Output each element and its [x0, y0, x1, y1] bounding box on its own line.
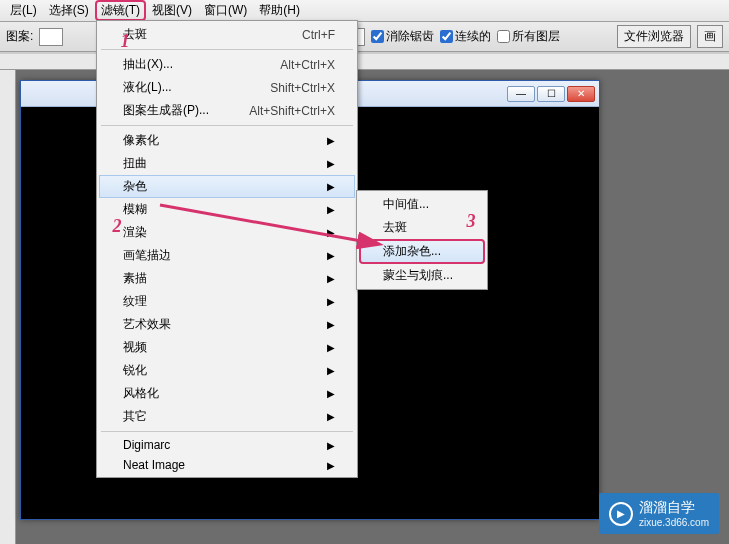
filter-sharpen[interactable]: 锐化▶ [99, 359, 355, 382]
pattern-label: 图案: [6, 28, 33, 45]
file-browser-button[interactable]: 文件浏览器 [617, 25, 691, 48]
submenu-arrow-icon: ▶ [327, 342, 335, 353]
menubar: 层(L) 选择(S) 滤镜(T) 视图(V) 窗口(W) 帮助(H) [0, 0, 729, 22]
submenu-arrow-icon: ▶ [327, 204, 335, 215]
pattern-swatch[interactable] [39, 28, 63, 46]
filter-last-shortcut: Ctrl+F [302, 28, 335, 42]
submenu-arrow-icon: ▶ [327, 158, 335, 169]
noise-addnoise[interactable]: 添加杂色... [359, 239, 485, 264]
menu-layer[interactable]: 层(L) [4, 0, 43, 21]
site-watermark: ▶ 溜溜自学 zixue.3d66.com [599, 493, 719, 534]
menu-help[interactable]: 帮助(H) [253, 0, 306, 21]
contiguous-check[interactable] [440, 30, 453, 43]
filter-digimarc[interactable]: Digimarc▶ [99, 435, 355, 455]
submenu-arrow-icon: ▶ [327, 181, 335, 192]
filter-pixelate[interactable]: 像素化▶ [99, 129, 355, 152]
maximize-button[interactable]: ☐ [537, 86, 565, 102]
callout-1: 1 [114, 30, 136, 52]
menu-window[interactable]: 窗口(W) [198, 0, 253, 21]
menu-separator [101, 125, 353, 126]
submenu-arrow-icon: ▶ [327, 365, 335, 376]
play-icon: ▶ [609, 502, 633, 526]
filter-distort[interactable]: 扭曲▶ [99, 152, 355, 175]
filter-blur[interactable]: 模糊▶ [99, 198, 355, 221]
submenu-arrow-icon: ▶ [327, 319, 335, 330]
antialias-check[interactable] [371, 30, 384, 43]
filter-brushstrokes[interactable]: 画笔描边▶ [99, 244, 355, 267]
menu-separator [101, 431, 353, 432]
submenu-arrow-icon: ▶ [327, 273, 335, 284]
ruler-vertical [0, 70, 16, 544]
contiguous-label: 连续的 [455, 28, 491, 45]
watermark-site: zixue.3d66.com [639, 517, 709, 528]
menu-select[interactable]: 选择(S) [43, 0, 95, 21]
submenu-arrow-icon: ▶ [327, 296, 335, 307]
antialias-label: 消除锯齿 [386, 28, 434, 45]
filter-extract[interactable]: 抽出(X)... Alt+Ctrl+X [99, 53, 355, 76]
submenu-arrow-icon: ▶ [327, 388, 335, 399]
menu-filter[interactable]: 滤镜(T) [95, 0, 146, 21]
watermark-brand: 溜溜自学 [639, 499, 695, 515]
filter-video[interactable]: 视频▶ [99, 336, 355, 359]
noise-submenu: 中间值... 去斑 添加杂色... 蒙尘与划痕... [356, 190, 488, 290]
filter-artistic[interactable]: 艺术效果▶ [99, 313, 355, 336]
submenu-arrow-icon: ▶ [327, 135, 335, 146]
submenu-arrow-icon: ▶ [327, 440, 335, 451]
filter-render[interactable]: 渲染▶ [99, 221, 355, 244]
close-button[interactable]: ✕ [567, 86, 595, 102]
submenu-arrow-icon: ▶ [327, 250, 335, 261]
alllayers-checkbox[interactable]: 所有图层 [497, 28, 560, 45]
menu-view[interactable]: 视图(V) [146, 0, 198, 21]
noise-dustscratches[interactable]: 蒙尘与划痕... [359, 264, 485, 287]
filter-menu-dropdown: 去斑 Ctrl+F 抽出(X)... Alt+Ctrl+X 液化(L)... S… [96, 20, 358, 478]
filter-neatimage[interactable]: Neat Image▶ [99, 455, 355, 475]
filter-other[interactable]: 其它▶ [99, 405, 355, 428]
filter-sketch[interactable]: 素描▶ [99, 267, 355, 290]
submenu-arrow-icon: ▶ [327, 411, 335, 422]
brush-button[interactable]: 画 [697, 25, 723, 48]
filter-patternmaker[interactable]: 图案生成器(P)... Alt+Shift+Ctrl+X [99, 99, 355, 122]
filter-last[interactable]: 去斑 Ctrl+F [99, 23, 355, 46]
filter-noise[interactable]: 杂色▶ [99, 175, 355, 198]
submenu-arrow-icon: ▶ [327, 460, 335, 471]
callout-3: 3 [460, 210, 482, 232]
menu-separator [101, 49, 353, 50]
submenu-arrow-icon: ▶ [327, 227, 335, 238]
alllayers-check[interactable] [497, 30, 510, 43]
filter-liquify[interactable]: 液化(L)... Shift+Ctrl+X [99, 76, 355, 99]
alllayers-label: 所有图层 [512, 28, 560, 45]
contiguous-checkbox[interactable]: 连续的 [440, 28, 491, 45]
callout-2: 2 [106, 215, 128, 237]
filter-texture[interactable]: 纹理▶ [99, 290, 355, 313]
minimize-button[interactable]: — [507, 86, 535, 102]
antialias-checkbox[interactable]: 消除锯齿 [371, 28, 434, 45]
filter-stylize[interactable]: 风格化▶ [99, 382, 355, 405]
